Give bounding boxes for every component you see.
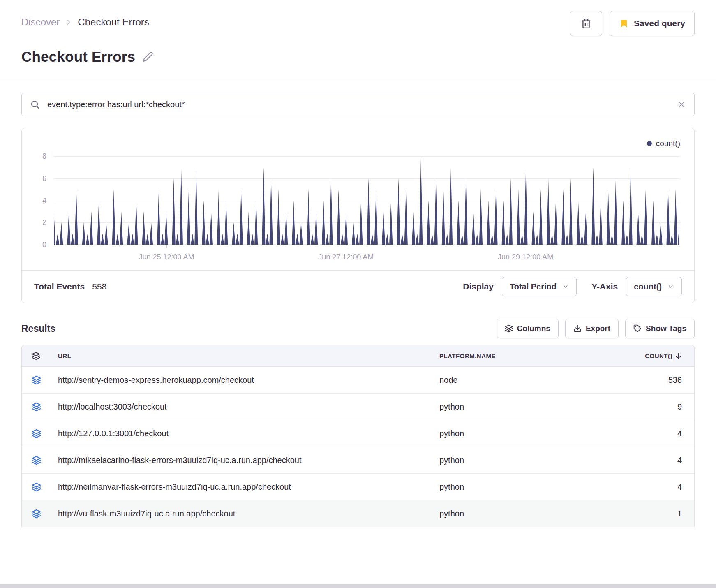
search-input[interactable]: [46, 100, 670, 110]
columns-button[interactable]: Columns: [497, 319, 559, 338]
export-button[interactable]: Export: [565, 319, 619, 338]
total-events: Total Events 558: [34, 282, 106, 292]
stack-icon[interactable]: [32, 352, 58, 360]
x-axis-ticks: [54, 245, 679, 249]
legend-label: count(): [656, 139, 680, 148]
count-cell: 4: [677, 456, 682, 465]
x-tick: Jun 29 12:00 AM: [498, 253, 553, 262]
edit-title-icon[interactable]: [143, 51, 153, 62]
results-title: Results: [21, 323, 55, 334]
url-cell[interactable]: http://sentry-demos-express.herokuapp.co…: [58, 375, 439, 385]
url-cell[interactable]: http://neilmanvar-flask-errors-m3uuizd7i…: [58, 482, 439, 492]
x-tick: Jun 25 12:00 AM: [139, 253, 194, 262]
y-tick: 4: [42, 196, 46, 205]
clear-search-icon[interactable]: [677, 100, 686, 109]
breadcrumb-discover-link[interactable]: Discover: [21, 16, 60, 28]
yaxis-dropdown[interactable]: count(): [626, 277, 682, 296]
area-chart-svg: [54, 156, 679, 245]
events-chart-card: count() 8 6 4 2 0: [21, 128, 695, 303]
legend-dot-icon: [647, 141, 652, 146]
delete-query-button[interactable]: [570, 11, 602, 36]
y-tick: 6: [42, 174, 46, 183]
column-header-url[interactable]: URL: [58, 352, 439, 359]
platform-cell: python: [439, 456, 620, 465]
stack-icon[interactable]: [32, 429, 58, 438]
breadcrumb-current: Checkout Errors: [78, 16, 149, 28]
show-tags-button[interactable]: Show Tags: [625, 319, 695, 338]
sort-desc-icon: [675, 352, 682, 359]
chart-legend[interactable]: count(): [647, 139, 680, 148]
column-header-platform[interactable]: PLATFORM.NAME: [439, 352, 620, 359]
display-dropdown[interactable]: Total Period: [502, 277, 577, 296]
export-label: Export: [586, 324, 610, 333]
table-row[interactable]: http://vu-flask-m3uuizd7iq-uc.a.run.app/…: [22, 500, 694, 527]
page-title: Checkout Errors: [21, 49, 135, 65]
table-header-row: URL PLATFORM.NAME COUNT(): [22, 345, 694, 367]
columns-icon: [505, 324, 513, 333]
platform-cell: node: [439, 375, 620, 385]
table-row[interactable]: http://localhost:3003/checkout python 9: [22, 394, 694, 420]
platform-cell: python: [439, 429, 620, 438]
search-bar: [21, 93, 695, 116]
y-tick: 8: [42, 152, 46, 161]
page-header: Discover Checkout Errors Saved query: [0, 0, 716, 79]
platform-cell: python: [439, 509, 620, 519]
tag-icon: [633, 324, 642, 333]
saved-query-label: Saved query: [634, 19, 685, 28]
x-tick: Jun 27 12:00 AM: [318, 253, 374, 262]
area-chart[interactable]: [54, 156, 679, 245]
display-dropdown-value: Total Period: [510, 282, 557, 292]
count-cell: 4: [677, 429, 682, 438]
results-header: Results Columns Export: [21, 319, 695, 338]
discover-page: Discover Checkout Errors Saved query: [0, 0, 716, 588]
total-events-label: Total Events: [34, 282, 85, 292]
search-icon: [30, 100, 40, 109]
url-cell[interactable]: http://mikaelacarino-flask-errors-m3uuiz…: [58, 456, 439, 465]
count-cell: 536: [668, 375, 682, 385]
stack-icon[interactable]: [32, 402, 58, 412]
stack-icon[interactable]: [32, 509, 58, 519]
count-cell: 4: [677, 482, 682, 492]
breadcrumb: Discover Checkout Errors: [21, 11, 149, 28]
yaxis-label: Y-Axis: [591, 282, 618, 292]
x-axis-labels: Jun 25 12:00 AM Jun 27 12:00 AM Jun 29 1…: [54, 249, 679, 266]
topbar-actions: Saved query: [570, 11, 695, 36]
yaxis-dropdown-value: count(): [634, 282, 662, 292]
count-header-label: COUNT(): [645, 352, 672, 359]
columns-label: Columns: [517, 324, 550, 333]
bookmark-icon: [619, 19, 629, 28]
chart-footer: Total Events 558 Display Total Period Y-…: [22, 270, 694, 303]
table-row[interactable]: http://mikaelacarino-flask-errors-m3uuiz…: [22, 447, 694, 474]
url-cell[interactable]: http://127.0.0.1:3001/checkout: [58, 429, 439, 438]
count-cell: 1: [677, 509, 682, 519]
y-axis-labels: 8 6 4 2 0: [22, 156, 54, 245]
column-header-count[interactable]: COUNT(): [645, 352, 682, 359]
url-cell[interactable]: http://vu-flask-m3uuizd7iq-uc.a.run.app/…: [58, 509, 439, 519]
chevron-down-icon: [667, 283, 674, 290]
platform-cell: python: [439, 482, 620, 492]
stack-icon[interactable]: [32, 482, 58, 492]
y-tick: 2: [42, 218, 46, 227]
y-tick: 0: [42, 241, 46, 249]
saved-query-button[interactable]: Saved query: [610, 11, 695, 36]
chevron-right-icon: [65, 18, 73, 26]
show-tags-label: Show Tags: [646, 324, 686, 333]
total-events-value: 558: [92, 282, 106, 292]
table-row[interactable]: http://neilmanvar-flask-errors-m3uuizd7i…: [22, 474, 694, 500]
download-icon: [573, 324, 582, 333]
window-bottom-edge: [0, 584, 716, 588]
stack-icon[interactable]: [32, 456, 58, 465]
display-label: Display: [463, 282, 494, 292]
platform-cell: python: [439, 402, 620, 412]
url-cell[interactable]: http://localhost:3003/checkout: [58, 402, 439, 412]
table-row[interactable]: http://127.0.0.1:3001/checkout python 4: [22, 420, 694, 447]
trash-icon: [581, 18, 591, 29]
results-table: URL PLATFORM.NAME COUNT() http://sentry-…: [21, 345, 695, 527]
count-cell: 9: [677, 402, 682, 412]
chevron-down-icon: [562, 283, 569, 290]
table-row[interactable]: http://sentry-demos-express.herokuapp.co…: [22, 367, 694, 394]
stack-icon[interactable]: [32, 375, 58, 385]
